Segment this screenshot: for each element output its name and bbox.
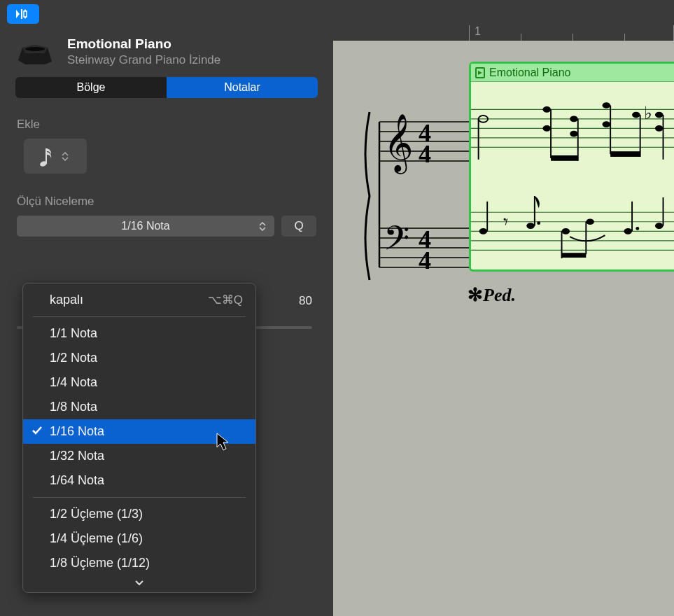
quantize-menu-item[interactable]: 1/2 Nota [23, 346, 255, 370]
quantize-menu-item[interactable]: 1/64 Nota [23, 468, 255, 493]
score-notes: ♭ 𝄾 [471, 82, 674, 271]
insert-note-popup[interactable] [24, 139, 87, 174]
catch-playhead-button[interactable] [7, 4, 39, 24]
midi-region[interactable]: Emotional Piano [469, 62, 674, 272]
svg-point-43 [632, 112, 640, 118]
chevron-up-icon [62, 152, 69, 156]
svg-point-58 [586, 218, 594, 225]
svg-rect-0 [21, 9, 22, 19]
quantize-value-select[interactable]: 1/16 Nota [17, 216, 274, 237]
quantize-label: Ölçü Niceleme [0, 188, 333, 216]
quantize-menu-triplet[interactable]: 1/8 Üçleme (1/12) [23, 551, 255, 575]
notes-tab[interactable]: Notalar [167, 77, 318, 98]
quantize-menu-item[interactable]: 1/8 Nota [23, 395, 255, 419]
insert-label: Ekle [0, 111, 333, 139]
catch-playhead-icon [14, 8, 32, 20]
inspector-panel: Emotional Piano Steinway Grand Piano İzi… [0, 0, 333, 616]
svg-rect-4 [45, 148, 47, 164]
svg-point-41 [603, 102, 611, 108]
svg-point-42 [603, 121, 611, 127]
region-title: Emotional Piano [489, 66, 571, 79]
svg-point-37 [570, 131, 578, 137]
svg-text:4: 4 [419, 140, 431, 168]
svg-point-35 [542, 125, 551, 132]
cursor-icon [216, 432, 231, 454]
region-header[interactable]: Emotional Piano [471, 64, 674, 82]
ruler-bar-number: 1 [475, 25, 481, 38]
chevron-down-icon [134, 580, 144, 586]
track-header: Emotional Piano Steinway Grand Piano İzi… [0, 27, 333, 77]
svg-rect-46 [610, 151, 640, 157]
svg-text:𝄢: 𝄢 [384, 220, 409, 265]
quantize-menu-item[interactable]: 1/1 Nota [23, 321, 255, 346]
quantize-menu-off[interactable]: kapalı ⌥⌘Q [23, 288, 255, 312]
svg-point-49 [655, 125, 664, 132]
sixteenth-note-icon [39, 144, 55, 168]
svg-point-54 [526, 223, 535, 229]
quantize-strength-value[interactable]: 80 [299, 294, 312, 308]
chevron-down-icon [62, 157, 69, 161]
svg-point-64 [636, 227, 639, 230]
svg-point-62 [624, 228, 632, 234]
inspector-toolbar [0, 0, 333, 27]
quantize-menu-triplet[interactable]: 1/4 Üçleme (1/6) [23, 526, 255, 551]
check-icon [31, 424, 44, 439]
svg-point-2 [25, 47, 45, 51]
svg-point-34 [542, 106, 551, 113]
svg-point-51 [479, 228, 488, 234]
menu-separator [33, 316, 246, 317]
quantize-menu-item[interactable]: 1/4 Nota [23, 370, 255, 395]
score-editor[interactable]: 1 [333, 0, 674, 616]
svg-point-57 [562, 228, 570, 234]
piano-icon [15, 38, 56, 66]
region-loop-icon [475, 67, 485, 78]
svg-rect-61 [562, 253, 587, 258]
svg-rect-40 [551, 155, 578, 161]
track-title: Emotional Piano [67, 36, 318, 52]
track-subtitle: Steinway Grand Piano İzinde [67, 53, 318, 67]
svg-rect-1 [24, 11, 27, 17]
svg-text:𝄞: 𝄞 [384, 114, 414, 174]
svg-point-65 [655, 223, 664, 229]
quantize-value-text: 1/16 Nota [121, 220, 169, 232]
pedal-marking: ✻Ped. [468, 284, 516, 306]
svg-point-36 [570, 115, 578, 122]
bar-ruler[interactable]: 1 [333, 0, 674, 41]
menu-separator [33, 497, 246, 498]
inspector-mode-segmented: Bölge Notalar [15, 77, 318, 98]
region-tab[interactable]: Bölge [15, 77, 167, 98]
quantize-off-shortcut: ⌥⌘Q [208, 293, 243, 307]
quantize-menu-triplet[interactable]: 1/2 Üçleme (1/3) [23, 502, 255, 526]
chevron-down-icon [259, 227, 266, 231]
quantize-apply-button[interactable]: Q [281, 216, 316, 237]
svg-point-48 [655, 112, 664, 118]
svg-text:♭: ♭ [644, 104, 652, 122]
svg-point-55 [537, 221, 540, 225]
chevron-up-icon [259, 222, 266, 226]
menu-scroll-down[interactable] [23, 575, 255, 591]
svg-text:4: 4 [419, 246, 431, 274]
